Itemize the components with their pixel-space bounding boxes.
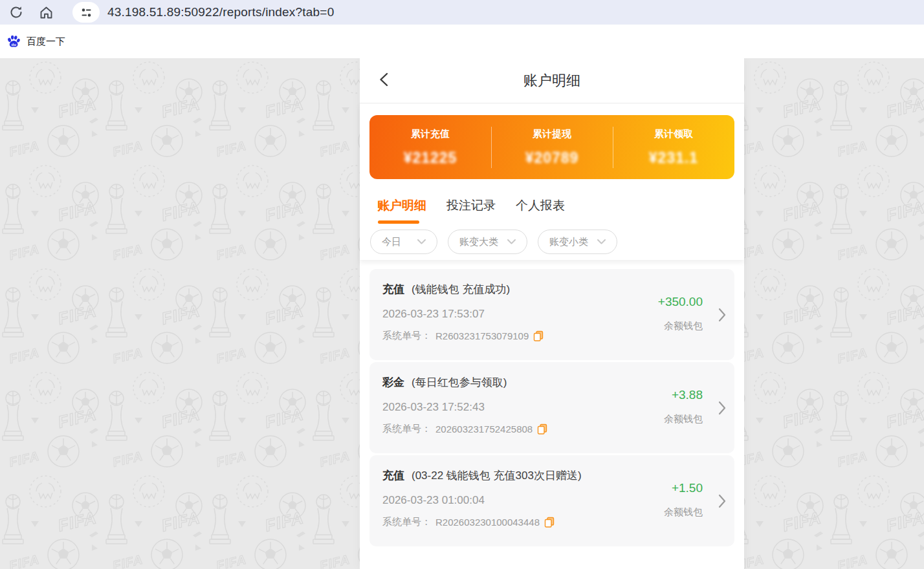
txn-type: 充值 xyxy=(382,282,404,297)
stat-total-claimed: 累计领取 ¥231.1 xyxy=(613,128,734,167)
txn-amount: +350.00 xyxy=(658,295,703,309)
tab-personal-report[interactable]: 个人报表 xyxy=(516,197,565,224)
tab-label: 投注记录 xyxy=(446,199,496,212)
major-category-dropdown[interactable]: 账变大类 xyxy=(448,230,527,254)
txn-time: 2026-03-23 17:52:43 xyxy=(382,401,664,414)
chevron-right-icon[interactable] xyxy=(718,494,726,508)
txn-desc: (钱能钱包 充值成功) xyxy=(412,282,510,297)
tab-bet-records[interactable]: 投注记录 xyxy=(446,197,496,224)
txn-time: 2026-03-23 17:53:07 xyxy=(382,308,658,321)
txn-right: +3.88 余额钱包 xyxy=(664,362,703,453)
txn-right: +350.00 余额钱包 xyxy=(658,269,703,360)
filter-row: 今日 账变大类 账变小类 xyxy=(370,230,744,260)
order-number: 202603231752425808 xyxy=(435,424,533,435)
svg-text:du: du xyxy=(12,43,17,47)
stat-label: 累计领取 xyxy=(613,128,734,140)
bookmark-label: 百度一下 xyxy=(27,36,65,48)
totals-card: 累计充值 ¥21225 累计提现 ¥20789 累计领取 ¥231.1 xyxy=(369,115,734,179)
app-panel: 账户明细 累计充值 ¥21225 累计提现 ¥20789 累计领取 ¥231.1 xyxy=(360,58,744,569)
home-icon xyxy=(39,5,54,20)
stat-total-deposit: 累计充值 ¥21225 xyxy=(369,128,491,167)
minor-category-dropdown[interactable]: 账变小类 xyxy=(538,230,617,254)
stat-value: ¥21225 xyxy=(369,149,491,167)
stat-total-withdraw: 累计提现 ¥20789 xyxy=(491,128,613,167)
date-filter-dropdown[interactable]: 今日 xyxy=(370,230,437,254)
active-tab-underline xyxy=(378,220,419,224)
copy-icon[interactable] xyxy=(544,517,555,528)
tune-icon xyxy=(80,6,93,19)
txn-main: 彩金 (每日红包参与领取) 2026-03-23 17:52:43 系统单号： … xyxy=(382,362,664,453)
chevron-right-icon[interactable] xyxy=(718,401,726,415)
chevron-down-icon xyxy=(597,239,606,244)
order-label: 系统单号： xyxy=(382,423,431,435)
txn-main: 充值 (钱能钱包 充值成功) 2026-03-23 17:53:07 系统单号：… xyxy=(382,269,658,360)
reload-button[interactable] xyxy=(5,1,27,23)
chevron-right-icon[interactable] xyxy=(718,308,726,322)
tab-label: 个人报表 xyxy=(516,199,565,212)
txn-wallet: 余额钱包 xyxy=(664,506,703,519)
txn-type: 充值 xyxy=(382,468,404,483)
transaction-list: 充值 (钱能钱包 充值成功) 2026-03-23 17:53:07 系统单号：… xyxy=(360,260,744,546)
summary-and-filters: 累计充值 ¥21225 累计提现 ¥20789 累计领取 ¥231.1 账户明细 xyxy=(360,103,744,260)
reload-icon xyxy=(9,5,23,19)
txn-desc: (03-22 钱能钱包 充值303次日赠送) xyxy=(412,468,582,483)
baidu-paw-icon: du xyxy=(6,34,21,48)
bookmark-baidu[interactable]: du 百度一下 xyxy=(6,34,65,48)
txn-main: 充值 (03-22 钱能钱包 充值303次日赠送) 2026-03-23 01:… xyxy=(382,455,664,546)
copy-icon[interactable] xyxy=(537,424,548,435)
dropdown-value: 账变大类 xyxy=(459,236,498,248)
site-info-button[interactable] xyxy=(72,2,100,23)
txn-right: +1.50 余额钱包 xyxy=(664,455,703,546)
page-title: 账户明细 xyxy=(360,71,744,91)
stat-label: 累计提现 xyxy=(491,128,613,140)
tab-account-details[interactable]: 账户明细 xyxy=(377,197,426,224)
home-button[interactable] xyxy=(35,1,57,23)
order-number: R202603230100043448 xyxy=(435,517,540,528)
order-label: 系统单号： xyxy=(382,516,431,528)
dropdown-value: 今日 xyxy=(382,236,401,248)
txn-desc: (每日红包参与领取) xyxy=(412,375,507,390)
txn-wallet: 余额钱包 xyxy=(664,320,703,332)
stat-value: ¥231.1 xyxy=(613,149,734,167)
transaction-card[interactable]: 充值 (03-22 钱能钱包 充值303次日赠送) 2026-03-23 01:… xyxy=(369,455,734,546)
chevron-down-icon xyxy=(507,239,516,244)
chevron-down-icon xyxy=(417,239,426,244)
txn-amount: +3.88 xyxy=(672,388,703,402)
tab-label: 账户明细 xyxy=(377,199,426,212)
txn-amount: +1.50 xyxy=(672,481,703,495)
transaction-card[interactable]: 充值 (钱能钱包 充值成功) 2026-03-23 17:53:07 系统单号：… xyxy=(369,269,734,360)
order-number: R2603231753079109 xyxy=(435,330,529,341)
browser-toolbar: 43.198.51.89:50922/reports/index?tab=0 xyxy=(0,0,924,25)
transaction-card[interactable]: 彩金 (每日红包参与领取) 2026-03-23 17:52:43 系统单号： … xyxy=(369,362,734,453)
txn-type: 彩金 xyxy=(382,375,404,390)
copy-icon[interactable] xyxy=(533,330,544,341)
stat-label: 累计充值 xyxy=(369,128,491,140)
page-content: FIFA FIFA xyxy=(0,58,924,569)
bookmarks-bar: du 百度一下 xyxy=(0,25,924,58)
txn-time: 2026-03-23 01:00:04 xyxy=(382,494,664,507)
txn-wallet: 余额钱包 xyxy=(664,413,703,425)
url-bar[interactable]: 43.198.51.89:50922/reports/index?tab=0 xyxy=(107,5,334,19)
dropdown-value: 账变小类 xyxy=(549,236,588,248)
report-tabs: 账户明细 投注记录 个人报表 xyxy=(377,197,744,224)
stat-value: ¥20789 xyxy=(491,149,613,167)
panel-header: 账户明细 xyxy=(360,58,744,103)
order-label: 系统单号： xyxy=(382,330,431,342)
